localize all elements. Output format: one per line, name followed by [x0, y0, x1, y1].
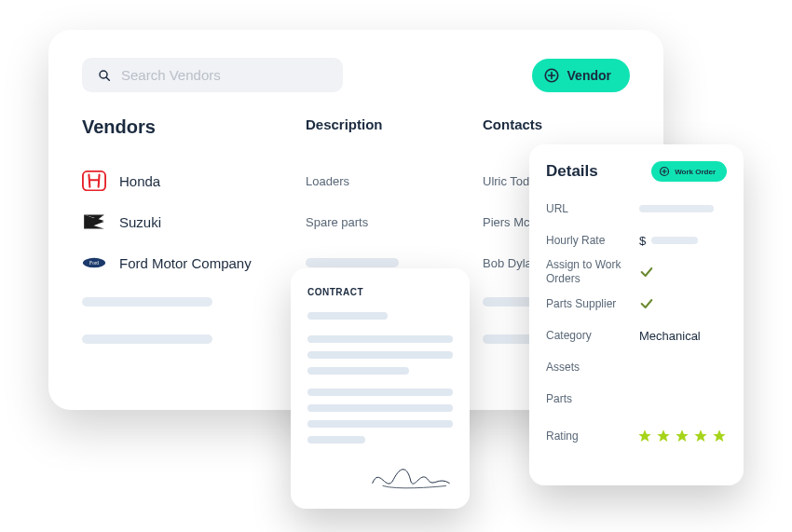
svg-line-1 — [106, 77, 109, 80]
star-icon — [656, 429, 671, 443]
star-icon — [693, 429, 708, 443]
plus-circle-icon — [543, 67, 560, 84]
vendor-description: Spare parts — [306, 215, 483, 229]
value-assign — [639, 265, 727, 280]
label-supplier: Parts Supplier — [546, 297, 639, 311]
add-vendor-label: Vendor — [567, 68, 611, 83]
value-supplier — [639, 296, 727, 311]
ford-logo-icon: Ford — [82, 252, 106, 274]
vendor-name: Suzuki — [119, 214, 161, 230]
label-url: URL — [546, 202, 639, 216]
value-hourly-rate: $ — [639, 234, 727, 248]
honda-logo-icon — [82, 170, 106, 192]
star-icon — [712, 429, 727, 443]
value-url — [639, 205, 727, 212]
label-parts: Parts — [546, 392, 639, 406]
vendor-name: Ford Motor Company — [119, 255, 252, 271]
search-icon — [97, 68, 112, 83]
work-order-label: Work Order — [675, 168, 716, 176]
check-icon — [639, 296, 654, 311]
contract-title: CONTRACT — [307, 287, 453, 297]
column-vendors: Vendors — [82, 116, 306, 138]
star-icon — [637, 429, 652, 443]
label-assign: Assign to Work Orders — [546, 258, 639, 286]
value-category: Mechanical — [639, 329, 727, 343]
contract-card: CONTRACT — [291, 268, 470, 509]
value-rating — [637, 429, 727, 443]
check-icon — [639, 265, 654, 280]
label-hourly-rate: Hourly Rate — [546, 234, 639, 248]
search-placeholder: Search Vendors — [121, 67, 221, 83]
label-category: Category — [546, 329, 639, 343]
label-rating: Rating — [546, 430, 637, 443]
details-title: Details — [546, 162, 598, 181]
label-assets: Assets — [546, 361, 639, 375]
search-input[interactable]: Search Vendors — [82, 58, 343, 92]
plus-circle-icon — [659, 166, 670, 177]
signature-icon — [369, 462, 453, 496]
add-vendor-button[interactable]: Vendor — [532, 59, 630, 92]
column-contacts: Contacts — [483, 116, 630, 138]
suzuki-logo-icon — [82, 211, 106, 233]
column-description: Description — [306, 116, 483, 138]
work-order-button[interactable]: Work Order — [651, 161, 727, 182]
svg-text:Ford: Ford — [89, 260, 99, 266]
vendor-description: Loaders — [306, 174, 483, 188]
vendor-description — [306, 258, 483, 267]
star-icon — [675, 429, 690, 443]
details-card: Details Work Order URL Hourly Rate $ Ass… — [529, 144, 744, 485]
vendor-name: Honda — [119, 173, 160, 189]
